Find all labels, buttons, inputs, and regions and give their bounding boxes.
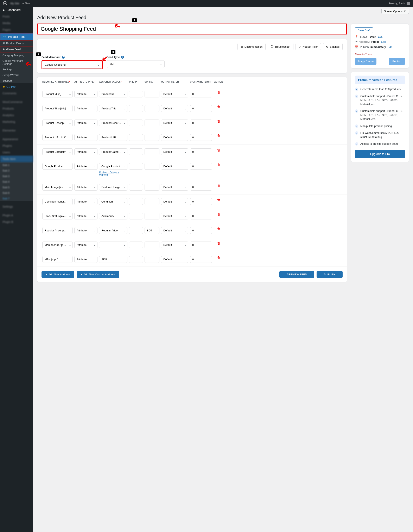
attribute-type-select[interactable]: Attribute [74,120,97,126]
sidebar-item-blurred[interactable]: Elementor [0,127,33,134]
suffix-input[interactable] [144,163,159,170]
submenu-category-mapping[interactable]: Category Mapping [0,52,33,58]
upgrade-pro-button[interactable]: Upgrade to Pro [355,150,405,158]
prefix-input[interactable] [129,256,143,263]
sidebar-item-blurred[interactable]: Users [0,149,33,156]
sidebar-item-blurred[interactable]: Media [0,20,33,26]
suffix-input[interactable] [144,256,159,263]
char-limit-input[interactable] [190,163,212,170]
prefix-input[interactable] [129,134,143,141]
attribute-type-select[interactable]: Attribute [74,256,97,263]
trash-icon[interactable]: 🗑 [217,211,220,216]
trash-icon[interactable]: 🗑 [217,197,220,202]
sidebar-item-blurred[interactable]: Posts [0,13,33,20]
wp-logo[interactable]: W [3,1,7,5]
suffix-input[interactable] [144,213,159,219]
assigned-value-select[interactable]: Regular Price [99,227,127,234]
suffix-input[interactable] [144,198,159,205]
submenu-settings[interactable]: Settings [0,67,33,72]
trash-icon[interactable]: 🗑 [217,132,220,137]
prefix-input[interactable] [129,184,143,190]
required-attribute-select[interactable]: Regular Price [price] [42,227,73,234]
char-limit-input[interactable] [190,213,212,219]
output-filter-select[interactable]: Default [161,198,188,205]
prefix-input[interactable] [129,198,143,205]
submenu-support[interactable]: Support [0,78,33,83]
feed-title-input[interactable] [38,24,346,34]
assigned-value-select[interactable]: Product Id [99,91,127,97]
add-attribute-button[interactable]: +Add New Attribute [41,271,74,278]
howdy-link[interactable]: Howdy, Sadia [389,2,410,5]
suffix-input[interactable] [144,120,159,126]
troubleshoot-button[interactable]: ⓘTroubleshoot [268,43,293,50]
trash-icon[interactable]: 🗑 [217,254,220,259]
required-attribute-select[interactable]: Product URL [link] [42,134,73,141]
sidebar-item-blurred[interactable]: Sub 3 [0,173,33,179]
sidebar-item-blurred[interactable]: Sub 6 [0,190,33,196]
attribute-type-select[interactable]: Attribute [74,148,97,155]
submenu-add-new[interactable]: Add New Feed [0,46,33,52]
assigned-value-select[interactable] [99,242,127,248]
char-limit-input[interactable] [190,242,212,248]
output-filter-select[interactable]: Default [161,184,188,190]
purge-cache-button[interactable]: Purge Cache [355,58,376,65]
suffix-input[interactable] [144,148,159,155]
help-icon[interactable]: ? [62,56,65,59]
prefix-input[interactable] [129,213,143,219]
required-attribute-select[interactable]: Product Description [42,120,73,126]
char-limit-input[interactable] [190,148,212,155]
output-filter-select[interactable]: Default [161,148,188,155]
sidebar-item-blurred[interactable]: Comments [0,90,33,97]
assigned-value-select[interactable]: Featured Image [99,184,127,190]
submenu-setup-wizard[interactable]: Setup Wizard [0,72,33,78]
trash-icon[interactable]: 🗑 [217,182,220,187]
output-filter-select[interactable]: Default [161,105,188,112]
required-attribute-select[interactable]: Product Category [42,148,73,155]
sidebar-item-blurred[interactable]: Appearance [0,136,33,142]
sidebar-item-blurred[interactable]: Sub 2 [0,168,33,173]
suffix-input[interactable] [144,105,159,112]
char-limit-input[interactable] [190,134,212,141]
prefix-input[interactable] [129,91,143,97]
assigned-value-select[interactable]: Availability [99,213,127,219]
sidebar-item-blurred[interactable]: Sub 7 [0,196,33,201]
char-limit-input[interactable] [190,227,212,234]
sidebar-item-blurred[interactable]: Pages [0,26,33,33]
sidebar-item-blurred[interactable]: Settings [0,203,33,210]
suffix-input[interactable] [144,134,159,141]
assigned-value-select[interactable]: Product Description [99,120,127,126]
sidebar-dashboard[interactable]: ◈Dashboard [0,7,33,13]
prefix-input[interactable] [129,105,143,112]
required-attribute-select[interactable]: Product Id [id] [42,91,73,97]
required-attribute-select[interactable]: Stock Status [availability] [42,213,73,219]
required-attribute-select[interactable]: Condition [condition] [42,198,73,205]
prefix-input[interactable] [129,242,143,248]
assigned-value-select[interactable]: Product Category [99,148,127,155]
help-icon[interactable]: ? [121,56,124,59]
edit-visibility-link[interactable]: Edit [381,40,385,43]
char-limit-input[interactable] [190,105,212,112]
edit-schedule-link[interactable]: Edit [388,45,392,48]
attribute-type-select[interactable]: Attribute [74,163,97,170]
attribute-type-select[interactable]: Attribute [74,213,97,219]
sidebar-item-blurred[interactable]: Sub 1 [0,162,33,168]
sidebar-item-blurred[interactable]: Analytics [0,112,33,118]
attribute-type-select[interactable]: Attribute [74,184,97,190]
trash-icon[interactable]: 🗑 [217,89,220,94]
output-filter-select[interactable]: Default [161,120,188,126]
sidebar-product-feed[interactable]: 🛒Product Feed [0,33,33,40]
screen-options-button[interactable]: Screen Options ▼ [381,9,409,14]
feedtype-select[interactable]: XML [107,60,164,68]
required-attribute-select[interactable]: Main Image [image_link] [42,184,73,190]
required-attribute-select[interactable]: Product Title [title] [42,105,73,112]
sidebar-item-blurred[interactable]: Tools Item [0,156,33,162]
publish-button[interactable]: Publish [389,58,405,65]
sidebar-item-blurred[interactable]: Sub 5 [0,185,33,190]
output-filter-select[interactable]: Default [161,242,188,248]
merchant-select[interactable]: Google Shopping [42,61,102,68]
trash-icon[interactable]: 🗑 [217,104,220,109]
sidebar-gopro[interactable]: ★Go Pro [0,83,33,90]
attribute-type-select[interactable]: Attribute [74,105,97,112]
assigned-value-select[interactable]: Condition [99,198,127,205]
output-filter-select[interactable]: Default [161,91,188,97]
